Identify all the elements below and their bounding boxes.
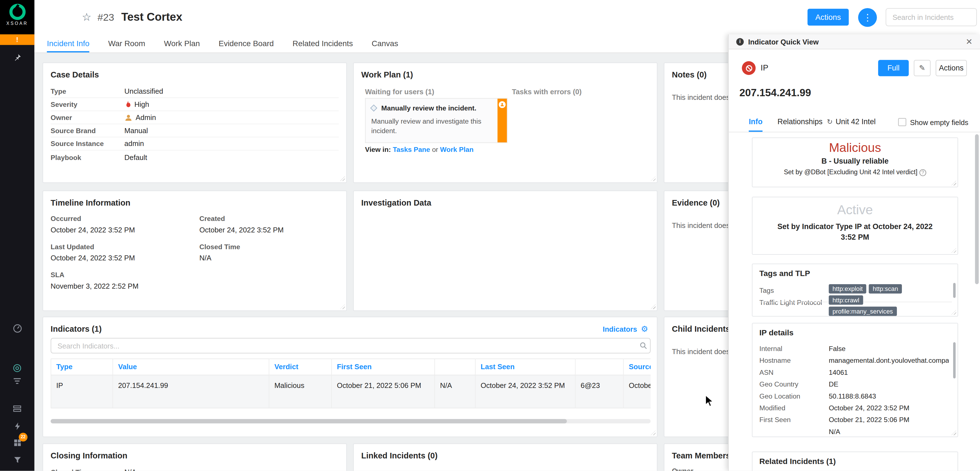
cell-type: IP (51, 375, 113, 408)
settings-funnel-icon[interactable] (0, 452, 35, 467)
indicator-actions-button[interactable]: Actions (936, 60, 967, 76)
col-last-seen[interactable]: Last Seen (476, 358, 576, 375)
gear-icon[interactable]: ⚙ (641, 324, 648, 333)
col-verdict[interactable]: Verdict (269, 358, 332, 375)
pin-icon[interactable] (0, 50, 35, 65)
panel-scrollbar[interactable] (975, 134, 978, 284)
tab-info[interactable]: Info (749, 117, 762, 132)
case-row-owner: Owner Admin (51, 111, 339, 124)
col-related[interactable] (576, 358, 624, 375)
cell-related-link[interactable]: 6@23 (576, 375, 624, 408)
favorite-star-icon[interactable]: ☆ (82, 11, 91, 24)
card-title: Investigation Data (354, 191, 657, 212)
indicators-horizontal-scrollbar[interactable] (51, 419, 651, 423)
tag-chip[interactable]: http:exploit (829, 284, 867, 293)
waiting-for-users-header[interactable]: Waiting for users (1) (365, 88, 434, 96)
related-incidents-card: Related Incidents (1) (752, 451, 958, 471)
tab-relationships[interactable]: Relationships (778, 117, 822, 132)
scrollbar-thumb[interactable] (51, 419, 566, 423)
reliability-text: B - Usually reliable (752, 157, 957, 165)
col-value[interactable]: Value (113, 358, 269, 375)
severity-high-flame-icon (124, 100, 131, 108)
tab-work-plan[interactable]: Work Plan (164, 35, 200, 52)
close-icon[interactable]: ✕ (966, 37, 972, 46)
indicators-table: Type Value Verdict First Seen Last Seen … (51, 358, 651, 409)
unit42-refresh-icon: ↻ (827, 118, 833, 126)
work-plan-link[interactable]: Work Plan (440, 146, 474, 153)
edit-icon[interactable]: ✎ (914, 60, 931, 76)
marketplace-grid-icon[interactable] (0, 435, 35, 450)
col-expiration[interactable] (435, 358, 476, 375)
view-in-links: View in: Tasks Pane or Work Plan (365, 146, 474, 153)
tab-unit42-intel[interactable]: Unit 42 Intel (835, 117, 876, 132)
quick-view-header: i Indicator Quick View ✕ (729, 34, 980, 49)
app-root: XSOAR ! 22 ☆ #23 Test Cortex (0, 0, 980, 471)
tag-chip[interactable]: profile:many_services (829, 306, 897, 316)
automation-bolt-icon[interactable] (0, 419, 35, 433)
xsoar-logo[interactable]: XSOAR (0, 0, 35, 34)
cell-source-timestamp: October 21, 2022 5:06 PM (624, 375, 651, 408)
card-title: IP details (752, 324, 957, 340)
tab-incident-info[interactable]: Incident Info (47, 35, 89, 52)
cell-last-seen: October 24, 2022 3:52 PM (476, 375, 576, 408)
ip-details-scrollbar[interactable] (953, 343, 956, 379)
task-description: Manually review and investigate this inc… (371, 117, 482, 135)
detail-row-geo-location: Geo Location 50.1188:8.6843 (759, 390, 951, 401)
col-source-timestamp[interactable]: Source Timestamp (624, 358, 651, 375)
col-first-seen[interactable]: First Seen (332, 358, 435, 375)
tag-chip[interactable]: http:scan (869, 284, 902, 293)
threat-intel-target-icon[interactable] (0, 360, 35, 375)
show-empty-fields-checkbox[interactable] (898, 118, 906, 126)
alert-banner[interactable]: ! (0, 34, 35, 45)
sidebar-nav: XSOAR ! 22 (0, 0, 35, 471)
tag-chip[interactable]: http:crawl (829, 295, 863, 304)
dashboard-gauge-icon[interactable] (0, 321, 35, 336)
full-view-button[interactable]: Full (878, 60, 908, 76)
timeline-card: Timeline Information Occurred October 24… (43, 190, 347, 311)
indicators-link[interactable]: Indicators (603, 325, 637, 333)
indicator-value: 207.154.241.99 (739, 87, 811, 98)
detail-row-modified: Modified October 24, 2022 3:52 PM (759, 402, 951, 413)
tasks-with-errors-header[interactable]: Tasks with errors (0) (512, 88, 582, 96)
card-title: Closing Information (43, 444, 346, 465)
investigation-data-card: Investigation Data (353, 190, 657, 311)
tasks-pane-link[interactable]: Tasks Pane (393, 146, 430, 153)
detail-row-na: N/A (759, 425, 951, 437)
status-set-by: Set by Indicator Type IP at October 24, … (774, 222, 936, 243)
task-item[interactable]: Manually review the incident. Manually r… (365, 98, 508, 143)
indicators-search-input[interactable] (51, 338, 651, 354)
tab-related-incidents[interactable]: Related Incidents (293, 35, 353, 52)
card-title: Work Plan (1) (354, 63, 657, 84)
detail-row-internal: Internal False (759, 343, 951, 354)
col-type[interactable]: Type (51, 358, 113, 375)
task-owner-strip (497, 99, 507, 142)
card-title: Case Details (43, 63, 346, 84)
verdict-card: Malicious B - Usually reliable Set by @D… (752, 137, 958, 187)
verdict-text: Malicious (752, 140, 957, 155)
incident-search-input[interactable] (886, 8, 977, 26)
cell-value-link[interactable]: 207.154.241.99 (113, 375, 269, 408)
actions-button[interactable]: Actions (808, 9, 849, 25)
created-field: Created October 24, 2022 3:52 PM (199, 215, 283, 233)
filter-lines-icon[interactable] (0, 373, 35, 389)
detail-row-first-seen: First Seen October 21, 2022 5:06 PM (759, 413, 951, 425)
cell-verdict: Malicious (269, 375, 332, 408)
tab-canvas[interactable]: Canvas (372, 35, 398, 52)
task-title: Manually review the incident. (381, 104, 492, 112)
ip-details-card: IP details Internal False Hostname manag… (752, 323, 958, 437)
help-icon[interactable]: ? (919, 169, 926, 176)
last-updated-field: Last Updated October 24, 2022 3:52 PM (51, 243, 135, 262)
case-row-severity: Severity High (51, 98, 339, 111)
tab-war-room[interactable]: War Room (108, 35, 145, 52)
linked-incidents-card: Linked Incidents (0) This incident is no… (353, 443, 657, 471)
tab-evidence-board[interactable]: Evidence Board (219, 35, 274, 52)
show-empty-fields-label[interactable]: Show empty fields (910, 119, 968, 126)
more-options-button[interactable]: ⋮ (858, 8, 877, 27)
indicator-table-row[interactable]: IP 207.154.241.99 Malicious October 21, … (51, 375, 651, 408)
closing-information-card: Closing Information Closed Time N/A (43, 443, 347, 471)
quick-view-tabbar: Info Relationships ↻ Unit 42 Intel Show … (729, 108, 980, 132)
tags-card-scrollbar[interactable] (953, 283, 956, 298)
ip-details-rows: Internal False Hostname managemental.don… (759, 343, 951, 437)
closed-time-field: Closed Time N/A (199, 243, 240, 262)
playbooks-library-icon[interactable] (0, 402, 35, 417)
